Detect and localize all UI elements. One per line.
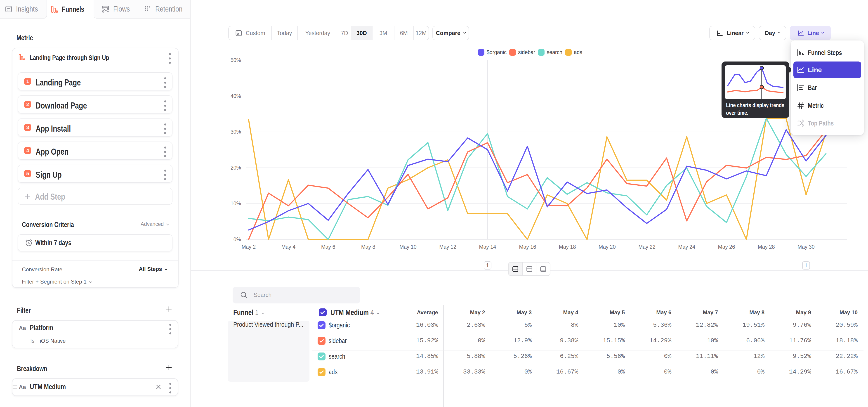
svg-text:May 8: May 8	[361, 244, 375, 250]
svg-text:May 26: May 26	[718, 244, 735, 250]
svg-text:May 30: May 30	[798, 244, 814, 250]
svg-text:May 28: May 28	[758, 244, 775, 250]
svg-text:May 14: May 14	[479, 244, 496, 250]
svg-text:May 4: May 4	[281, 244, 296, 250]
svg-text:May 18: May 18	[559, 244, 576, 250]
svg-text:May 16: May 16	[519, 244, 536, 250]
svg-text:40%: 40%	[230, 93, 241, 99]
svg-text:May 24: May 24	[678, 244, 695, 250]
svg-text:May 6: May 6	[321, 244, 336, 250]
svg-text:May 10: May 10	[399, 244, 416, 250]
svg-text:10%: 10%	[230, 200, 241, 207]
svg-text:0%: 0%	[234, 237, 241, 242]
svg-text:30%: 30%	[230, 129, 241, 135]
svg-text:20%: 20%	[230, 165, 241, 171]
svg-text:May 2: May 2	[242, 244, 256, 250]
svg-text:May 20: May 20	[598, 244, 616, 250]
svg-text:50%: 50%	[230, 57, 241, 63]
svg-text:May 22: May 22	[638, 244, 655, 250]
svg-text:May 12: May 12	[439, 244, 456, 250]
